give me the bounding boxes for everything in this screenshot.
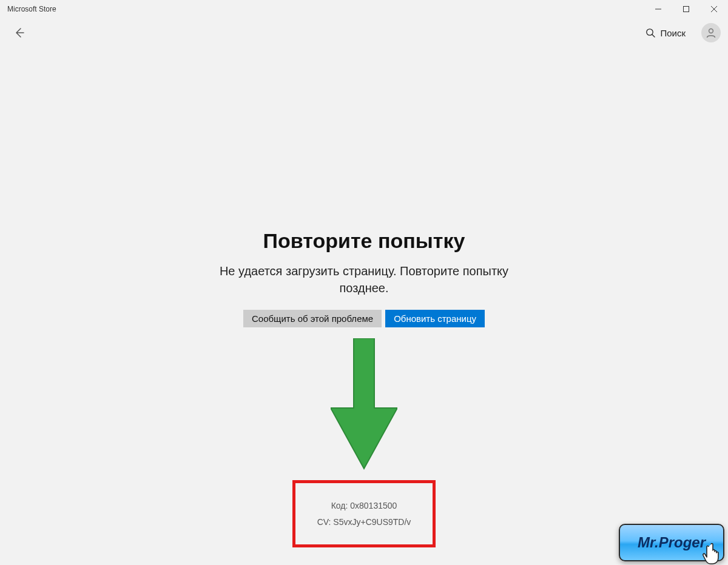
annotation-arrow [331,338,397,474]
minimize-button[interactable] [644,0,672,18]
search-button[interactable]: Поиск [641,25,690,41]
maximize-button[interactable] [672,0,700,18]
close-button[interactable] [700,0,728,18]
main-content: Повторите попытку Не удается загрузить с… [0,47,728,565]
watermark: Mr.Proger [619,524,724,561]
button-row: Сообщить об этой проблеме Обновить стран… [243,310,485,327]
watermark-text: Mr.Proger [638,534,706,551]
title-bar: Microsoft Store [0,0,728,18]
cursor-hand-icon [700,540,727,565]
svg-point-6 [709,29,713,33]
search-label: Поиск [660,28,686,38]
svg-line-5 [652,35,655,37]
error-message: Не удается загрузить страницу. Повторите… [194,262,534,296]
toolbar: Поиск [0,18,728,47]
close-icon [711,6,717,12]
watermark-badge: Mr.Proger [619,524,724,561]
maximize-icon [683,6,689,12]
arrow-left-icon [13,27,25,39]
error-code-line: Код: 0x80131500 [317,498,411,514]
back-button[interactable] [7,21,32,45]
account-button[interactable] [701,23,721,42]
arrow-down-icon [331,338,397,472]
window-title: Microsoft Store [7,5,644,13]
person-icon [705,27,717,39]
error-title: Повторите попытку [263,229,465,253]
report-problem-button[interactable]: Сообщить об этой проблеме [243,310,382,327]
window-controls [644,0,728,18]
minimize-icon [655,6,661,12]
refresh-page-button[interactable]: Обновить страницу [385,310,485,327]
error-cv-line: CV: S5vxJy+C9US9TD/v [317,514,411,530]
error-code-box: Код: 0x80131500 CV: S5vxJy+C9US9TD/v [292,480,436,547]
svg-rect-1 [684,7,689,12]
search-icon [645,28,655,38]
